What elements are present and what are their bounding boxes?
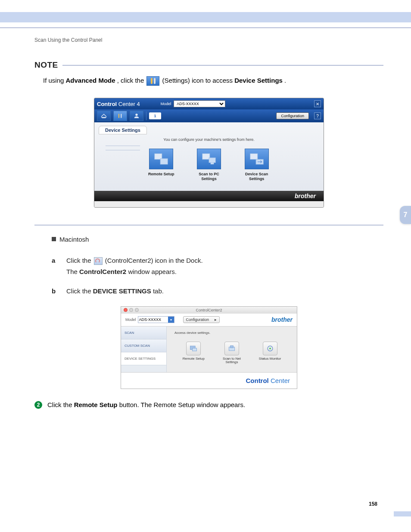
header-rule	[0, 28, 411, 28]
cc4-titlebar: Control Center 4 Model ADS-XXXXX ✕	[94, 98, 324, 109]
svg-rect-8	[250, 154, 257, 159]
tile-label: Remote Setup	[176, 357, 211, 361]
note-line	[62, 65, 383, 65]
note-end-rule	[34, 225, 383, 225]
cc2-footer: Control Center	[121, 372, 297, 389]
cc4-title: Control Center 4	[97, 101, 140, 107]
cc2-model-value: ADS-XXXXX	[139, 317, 162, 322]
svg-rect-11	[193, 348, 197, 351]
cc2-sidebar: SCAN CUSTOM SCAN DEVICE SETTINGS	[121, 327, 167, 373]
page-content: NOTE If using Advanced Mode , click the …	[34, 60, 383, 409]
step-b: b Click the DEVICE SETTINGS tab.	[52, 286, 383, 297]
cc2-scan-to-net-tile[interactable]: Scan to NetSettings	[215, 342, 249, 365]
tile-label: Scan to NetSettings	[215, 357, 249, 365]
svg-rect-5	[202, 154, 210, 159]
sidebar-rule	[106, 150, 140, 150]
tab-scan[interactable]: SCAN	[121, 327, 166, 339]
step-text: tab.	[153, 287, 164, 295]
device-scan-tile[interactable]: Device ScanSettings	[237, 149, 276, 181]
cc4-model-label: Model	[161, 102, 171, 106]
chapter-tab: 7	[400, 206, 411, 224]
macintosh-section: Macintosh a Click the (ControlCenter2) i…	[34, 234, 383, 297]
step-text-bold: DEVICE SETTINGS	[93, 287, 151, 295]
tile-label: Status Monitor	[253, 357, 287, 361]
brother-logo: brother	[295, 193, 316, 199]
cc4-footerbar: brother	[94, 191, 324, 201]
controlcenter-logo: Control Center	[246, 377, 290, 384]
cc4-bottom-chrome	[94, 201, 324, 207]
svg-rect-4	[160, 159, 168, 164]
step-b-body: Click the DEVICE SETTINGS tab.	[66, 286, 383, 297]
step-text-bold: ControlCenter2	[79, 268, 126, 275]
cc4-tiles: Remote Setup Scan to PCSettings Device S…	[99, 149, 319, 189]
cc2-footer-thin: Center	[269, 377, 290, 384]
controlcenter2-icon	[94, 257, 103, 265]
cc4-body: Device Settings You can configure your m…	[94, 122, 324, 191]
toolbar-separator	[146, 112, 146, 120]
settings-icon	[146, 76, 159, 86]
step-number-circle: 2	[34, 401, 42, 409]
step-a: a Click the (ControlCenter2) icon in the…	[52, 255, 383, 277]
svg-point-2	[135, 114, 137, 116]
scan-icon[interactable]	[97, 111, 111, 121]
note-text: , click the	[117, 77, 146, 84]
tile-label: Scan to PCSettings	[190, 172, 228, 181]
status-monitor-icon	[263, 342, 277, 355]
cc4-toolbar: 1 Configuration ?	[94, 109, 324, 122]
cc2-configuration-button[interactable]: Configuration ▸	[183, 316, 220, 323]
step-text: (ControlCenter2) icon in the Dock.	[105, 257, 203, 264]
svg-rect-6	[209, 158, 215, 162]
device-scan-icon	[245, 149, 269, 169]
square-bullet-icon	[52, 237, 56, 241]
tools-icon[interactable]	[113, 111, 127, 121]
configuration-button[interactable]: Configuration	[276, 112, 309, 119]
step-text: Click the	[47, 401, 74, 408]
tab-device-settings[interactable]: DEVICE SETTINGS	[121, 352, 166, 365]
device-settings-tab[interactable]: Device Settings	[99, 126, 147, 134]
svg-rect-1	[121, 114, 121, 118]
tab-custom-scan[interactable]: CUSTOM SCAN	[121, 339, 166, 352]
cc4-subtext: You can configure your machine's setting…	[99, 137, 319, 142]
step-text: The	[66, 268, 79, 275]
breadcrumb: Scan Using the Control Panel	[34, 37, 102, 43]
note-title: NOTE	[34, 60, 58, 70]
step-2-body: Click the Remote Setup button. The Remot…	[47, 400, 383, 409]
cc4-badge[interactable]: 1	[149, 112, 161, 119]
remote-setup-icon	[149, 149, 173, 169]
svg-rect-0	[118, 114, 119, 118]
step-letter: b	[52, 286, 66, 297]
cc4-title-thin: Center 4	[117, 101, 140, 107]
scan-to-pc-tile[interactable]: Scan to PCSettings	[190, 149, 228, 181]
cc2-header: Model ADS-XXXXX Configuration ▸ brother	[121, 314, 297, 327]
cc2-model-select[interactable]: ADS-XXXXX	[138, 316, 174, 323]
help-icon[interactable]: ?	[314, 112, 321, 119]
note-body: If using Advanced Mode , click the (Sett…	[34, 76, 383, 86]
footer-accent	[394, 511, 411, 516]
step-text-bold: Remote Setup	[74, 401, 118, 408]
svg-rect-13	[230, 345, 234, 348]
tile-label: Device ScanSettings	[237, 172, 276, 181]
cc2-footer-bold: Control	[246, 377, 268, 384]
controlcenter2-window: ControlCenter2 Model ADS-XXXXX Configura…	[121, 306, 297, 389]
user-icon[interactable]	[130, 111, 143, 121]
note-advanced-mode: Advanced Mode	[66, 77, 115, 84]
cc2-tiles: Remote Setup Scan to NetSettings Status …	[172, 342, 292, 371]
cc2-window-title: ControlCenter2	[121, 308, 297, 312]
cc2-status-monitor-tile[interactable]: Status Monitor	[253, 342, 287, 365]
scan-to-pc-icon	[197, 149, 221, 169]
header-band	[0, 12, 411, 22]
step-text: window appears.	[128, 268, 177, 275]
note-text: (Settings) icon to access	[162, 77, 235, 84]
cc4-model-select[interactable]: ADS-XXXXX	[174, 100, 225, 107]
close-icon[interactable]: ✕	[314, 100, 321, 107]
sidebar-rule	[106, 146, 140, 146]
cc2-main: SCAN CUSTOM SCAN DEVICE SETTINGS Access …	[121, 327, 297, 373]
macintosh-label: Macintosh	[59, 234, 89, 245]
step-text: Click the	[66, 287, 93, 295]
cc2-titlebar: ControlCenter2	[121, 307, 297, 314]
cc2-remote-setup-tile[interactable]: Remote Setup	[176, 342, 211, 365]
remote-setup-tile[interactable]: Remote Setup	[142, 149, 181, 181]
cc4-title-bold: Control	[97, 101, 117, 107]
cc2-description: Access device settings.	[174, 331, 292, 335]
scan-to-net-icon	[224, 342, 239, 355]
